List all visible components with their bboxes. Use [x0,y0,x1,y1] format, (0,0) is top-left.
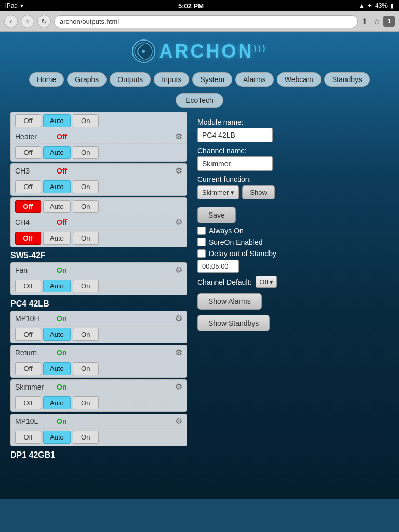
module-name-label: Module name: [197,118,389,126]
module-sw5-label: SW5-42F [10,249,187,262]
ch3-gear-icon[interactable]: ⚙ [175,166,182,176]
nav-standbys[interactable]: Standbys [324,72,370,87]
bookmark-icon[interactable]: ☆ [373,17,380,26]
bluetooth-icon: ✦ [367,2,373,9]
status-bar: iPad ▾ 5:02 PM ▲ ✦ 43% ▮ [0,0,399,11]
mp10h-on-btn[interactable]: On [73,328,99,341]
show-alarms-button[interactable]: Show Alarms [197,293,262,310]
ch4-off-btn[interactable]: Off [15,200,41,213]
mp10h-status: On [57,314,175,323]
nav-graphs[interactable]: Graphs [67,72,107,87]
ch4-auto2-btn[interactable]: Auto [43,232,71,245]
url-bar[interactable]: archon/outputs.html [54,15,358,28]
delay-row: Delay out of Standby [197,249,389,258]
delay-label: Delay out of Standby [209,249,276,258]
mp10l-off-btn[interactable]: Off [15,431,41,444]
channel-default-select[interactable]: Off ▾ [256,276,277,288]
ch4-auto-btn[interactable]: Auto [43,200,71,213]
heater-off-btn[interactable]: Off [15,114,41,127]
delay-time-input[interactable] [197,260,239,273]
browser-chrome: ‹ › ↻ archon/outputs.html ⬆ ☆ 1 [0,11,399,32]
return-status: On [57,349,175,357]
mp10l-on-btn[interactable]: On [73,431,99,444]
fan-auto-btn[interactable]: Auto [43,280,71,292]
tab-count[interactable]: 1 [383,16,395,27]
header: ARCHON))) [0,32,399,68]
function-value: Skimmer [202,189,229,196]
ch3-name: CH3 [15,167,57,175]
delay-checkbox[interactable] [197,249,206,258]
ch4-name: CH4 [15,218,57,227]
channel-card-ch4: Off Auto On CH4 Off ⚙ Off Auto On [10,197,187,247]
ch4-info-row: CH4 Off ⚙ [11,215,187,230]
ch4-gear-icon[interactable]: ⚙ [175,217,182,227]
channel-card-skimmer: Skimmer On ⚙ Off Auto On [10,379,187,412]
nav-inputs[interactable]: Inputs [154,72,189,87]
mp10h-auto-btn[interactable]: Auto [43,328,71,341]
mp10l-info-row: MP10L On ⚙ [11,414,187,429]
module-name-input[interactable] [197,128,273,142]
main-content: ARCHON))) Home Graphs Outputs Inputs Sys… [0,32,399,499]
return-gear-icon[interactable]: ⚙ [175,348,182,357]
share-icon[interactable]: ⬆ [361,17,368,26]
return-on-btn[interactable]: On [73,362,99,375]
nav-ecotech[interactable]: EcoTech [176,93,223,108]
status-right: ▲ ✦ 43% ▮ [358,2,394,9]
url-text: archon/outputs.html [60,18,119,25]
skimmer-auto-btn[interactable]: Auto [43,396,71,409]
nav-webcam[interactable]: Webcam [277,72,321,87]
back-button[interactable]: ‹ [4,15,18,28]
always-on-checkbox[interactable] [197,227,206,235]
skimmer-off-btn[interactable]: Off [15,396,41,409]
sure-on-checkbox[interactable] [197,238,206,246]
skimmer-gear-icon[interactable]: ⚙ [175,382,182,392]
channel-default-value: Off [259,278,268,286]
heater-gear-icon[interactable]: ⚙ [175,131,182,141]
reload-button[interactable]: ↻ [37,15,51,28]
return-control-row: Off Auto On [11,360,187,377]
nav-outputs[interactable]: Outputs [110,72,151,87]
mp10l-auto-btn[interactable]: Auto [43,431,71,444]
function-select[interactable]: Skimmer ▾ [197,185,239,200]
return-auto-btn[interactable]: Auto [43,362,71,375]
fan-gear-icon[interactable]: ⚙ [175,265,182,275]
heater-auto2-btn[interactable]: Auto [43,146,71,159]
forward-button[interactable]: › [21,15,34,28]
ch4-off2-btn[interactable]: Off [15,232,41,245]
channel-name-input[interactable] [197,156,273,171]
mp10h-gear-icon[interactable]: ⚙ [175,313,182,323]
channel-card-return: Return On ⚙ Off Auto On [10,345,187,378]
channels-column: Off Auto On Heater Off ⚙ Off Auto On [10,112,187,462]
nav-alarms[interactable]: Alarms [235,72,274,87]
return-off-btn[interactable]: Off [15,362,41,375]
mp10l-gear-icon[interactable]: ⚙ [175,416,182,426]
show-standbys-button[interactable]: Show Standbys [197,315,270,331]
nav-system[interactable]: System [192,72,232,87]
fan-off-btn[interactable]: Off [15,280,41,292]
ch3-off-btn[interactable]: Off [15,180,41,193]
heater-auto-btn[interactable]: Auto [43,114,71,127]
save-button[interactable]: Save [197,207,236,223]
channel-name-label: Channel name: [197,147,389,155]
function-show-button[interactable]: Show [242,185,275,200]
ch3-auto-btn[interactable]: Auto [43,180,71,193]
page-layout: Off Auto On Heater Off ⚙ Off Auto On [0,112,399,462]
heater-control-row: Off Auto On [11,112,187,129]
svg-point-1 [142,50,145,53]
ch4-on2-btn[interactable]: On [73,232,99,245]
heater-on-btn[interactable]: On [73,114,99,127]
skimmer-on-btn[interactable]: On [73,396,99,409]
fan-on-btn[interactable]: On [73,280,99,292]
channel-default-chevron-icon: ▾ [270,278,273,286]
heater-on2-btn[interactable]: On [73,146,99,159]
battery-icon: ▮ [390,2,394,9]
return-info-row: Return On ⚙ [11,345,187,360]
ch3-on-btn[interactable]: On [73,180,99,193]
settings-panel: Module name: Channel name: Current funct… [197,112,389,331]
ch4-on-btn[interactable]: On [73,200,99,213]
mp10h-off-btn[interactable]: Off [15,328,41,341]
status-left: iPad ▾ [5,2,23,9]
nav-home[interactable]: Home [29,72,64,87]
heater-off2-btn[interactable]: Off [15,146,41,159]
module-pc4-label: PC4 42LB [10,297,187,311]
